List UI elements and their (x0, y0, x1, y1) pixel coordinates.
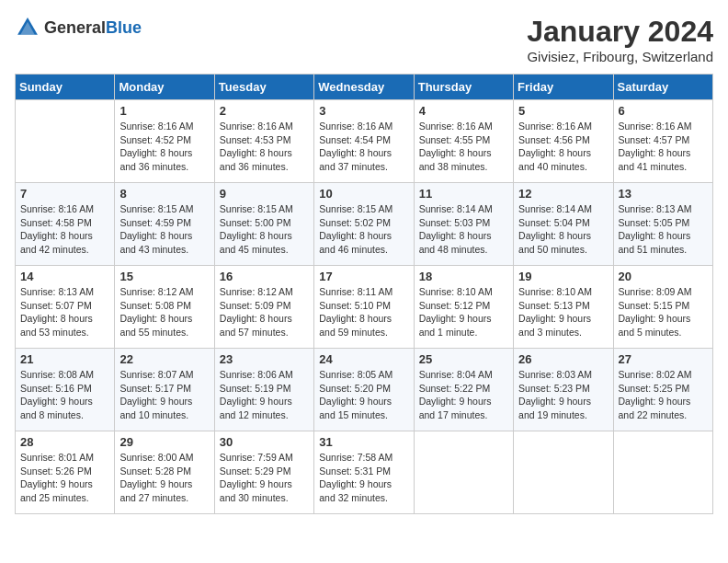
calendar-week-row: 14Sunrise: 8:13 AMSunset: 5:07 PMDayligh… (16, 266, 713, 349)
calendar-day-cell: 4Sunrise: 8:16 AMSunset: 4:55 PMDaylight… (414, 100, 513, 183)
day-info: Sunrise: 8:02 AMSunset: 5:25 PMDaylight:… (619, 368, 708, 422)
calendar-day-cell: 15Sunrise: 8:12 AMSunset: 5:08 PMDayligh… (115, 266, 214, 349)
day-info: Sunrise: 8:16 AMSunset: 4:53 PMDaylight:… (220, 120, 309, 174)
weekday-header: Thursday (414, 75, 513, 100)
day-number: 22 (119, 352, 209, 366)
day-number: 26 (518, 352, 608, 366)
day-info: Sunrise: 8:16 AMSunset: 4:55 PMDaylight:… (419, 120, 508, 174)
calendar-day-cell: 6Sunrise: 8:16 AMSunset: 4:57 PMDaylight… (613, 100, 712, 183)
day-info: Sunrise: 7:59 AMSunset: 5:29 PMDaylight:… (220, 451, 309, 505)
day-number: 13 (619, 187, 708, 201)
day-info: Sunrise: 8:15 AMSunset: 4:59 PMDaylight:… (119, 202, 209, 257)
calendar-day-cell (16, 100, 115, 183)
day-info: Sunrise: 8:11 AMSunset: 5:10 PMDaylight:… (319, 285, 408, 339)
calendar-day-cell: 27Sunrise: 8:02 AMSunset: 5:25 PMDayligh… (613, 349, 712, 431)
calendar-day-cell: 18Sunrise: 8:10 AMSunset: 5:12 PMDayligh… (414, 266, 513, 349)
weekday-header: Saturday (613, 75, 712, 100)
calendar-week-row: 1Sunrise: 8:16 AMSunset: 4:52 PMDaylight… (16, 100, 713, 183)
calendar-day-cell: 1Sunrise: 8:16 AMSunset: 4:52 PMDaylight… (115, 100, 214, 183)
day-number: 28 (20, 435, 109, 449)
day-number: 12 (518, 187, 608, 201)
calendar-day-cell: 30Sunrise: 7:59 AMSunset: 5:29 PMDayligh… (214, 431, 313, 514)
day-info: Sunrise: 8:12 AMSunset: 5:08 PMDaylight:… (119, 285, 209, 339)
calendar-day-cell: 10Sunrise: 8:15 AMSunset: 5:02 PMDayligh… (314, 183, 414, 266)
day-number: 3 (319, 104, 408, 118)
logo: GeneralBlue (15, 15, 142, 40)
calendar-day-cell: 11Sunrise: 8:14 AMSunset: 5:03 PMDayligh… (414, 183, 513, 266)
day-info: Sunrise: 8:14 AMSunset: 5:04 PMDaylight:… (518, 202, 608, 257)
weekday-header: Friday (514, 75, 613, 100)
calendar-week-row: 7Sunrise: 8:16 AMSunset: 4:58 PMDaylight… (16, 183, 713, 266)
calendar-day-cell: 28Sunrise: 8:01 AMSunset: 5:26 PMDayligh… (16, 431, 115, 514)
calendar-day-cell: 8Sunrise: 8:15 AMSunset: 4:59 PMDaylight… (115, 183, 214, 266)
day-number: 29 (119, 435, 209, 449)
day-info: Sunrise: 8:00 AMSunset: 5:28 PMDaylight:… (119, 451, 209, 505)
day-info: Sunrise: 8:10 AMSunset: 5:13 PMDaylight:… (518, 285, 608, 339)
day-info: Sunrise: 8:15 AMSunset: 5:00 PMDaylight:… (220, 202, 309, 257)
calendar-day-cell: 24Sunrise: 8:05 AMSunset: 5:20 PMDayligh… (314, 349, 414, 431)
calendar-day-cell: 7Sunrise: 8:16 AMSunset: 4:58 PMDaylight… (16, 183, 115, 266)
day-number: 9 (220, 187, 309, 201)
title-block: January 2024 Givisiez, Fribourg, Switzer… (527, 15, 713, 64)
day-info: Sunrise: 8:06 AMSunset: 5:19 PMDaylight:… (220, 368, 309, 422)
weekday-header: Sunday (16, 75, 115, 100)
logo-blue-text: Blue (106, 18, 142, 37)
day-number: 19 (518, 270, 608, 283)
calendar-table: SundayMondayTuesdayWednesdayThursdayFrid… (15, 74, 713, 514)
day-info: Sunrise: 8:12 AMSunset: 5:09 PMDaylight:… (220, 285, 309, 339)
day-info: Sunrise: 8:07 AMSunset: 5:17 PMDaylight:… (119, 368, 209, 422)
day-info: Sunrise: 8:08 AMSunset: 5:16 PMDaylight:… (20, 368, 109, 422)
calendar-day-cell: 2Sunrise: 8:16 AMSunset: 4:53 PMDaylight… (214, 100, 313, 183)
day-number: 18 (419, 270, 508, 283)
calendar-day-cell: 21Sunrise: 8:08 AMSunset: 5:16 PMDayligh… (16, 349, 115, 431)
calendar-day-cell: 26Sunrise: 8:03 AMSunset: 5:23 PMDayligh… (514, 349, 613, 431)
weekday-header: Monday (115, 75, 214, 100)
calendar-day-cell: 3Sunrise: 8:16 AMSunset: 4:54 PMDaylight… (314, 100, 414, 183)
day-info: Sunrise: 8:13 AMSunset: 5:05 PMDaylight:… (619, 202, 708, 257)
day-info: Sunrise: 8:16 AMSunset: 4:57 PMDaylight:… (619, 120, 708, 174)
day-info: Sunrise: 8:16 AMSunset: 4:56 PMDaylight:… (518, 120, 608, 174)
day-number: 5 (518, 104, 608, 118)
weekday-header-row: SundayMondayTuesdayWednesdayThursdayFrid… (16, 75, 713, 100)
day-info: Sunrise: 7:58 AMSunset: 5:31 PMDaylight:… (319, 451, 408, 505)
day-info: Sunrise: 8:14 AMSunset: 5:03 PMDaylight:… (419, 202, 508, 257)
calendar-day-cell: 22Sunrise: 8:07 AMSunset: 5:17 PMDayligh… (115, 349, 214, 431)
weekday-header: Wednesday (314, 75, 414, 100)
day-number: 10 (319, 187, 408, 201)
day-info: Sunrise: 8:05 AMSunset: 5:20 PMDaylight:… (319, 368, 408, 422)
calendar-day-cell: 17Sunrise: 8:11 AMSunset: 5:10 PMDayligh… (314, 266, 414, 349)
page-header: GeneralBlue January 2024 Givisiez, Fribo… (15, 15, 713, 64)
calendar-day-cell: 13Sunrise: 8:13 AMSunset: 5:05 PMDayligh… (613, 183, 712, 266)
month-title: January 2024 (527, 15, 713, 49)
day-number: 27 (619, 352, 708, 366)
logo-general-text: General (44, 18, 106, 37)
day-number: 1 (119, 104, 209, 118)
day-number: 30 (220, 435, 309, 449)
day-number: 8 (119, 187, 209, 201)
day-info: Sunrise: 8:01 AMSunset: 5:26 PMDaylight:… (20, 451, 109, 505)
calendar-day-cell (514, 431, 613, 514)
day-number: 17 (319, 270, 408, 283)
calendar-day-cell: 14Sunrise: 8:13 AMSunset: 5:07 PMDayligh… (16, 266, 115, 349)
day-info: Sunrise: 8:09 AMSunset: 5:15 PMDaylight:… (619, 285, 708, 339)
calendar-day-cell: 23Sunrise: 8:06 AMSunset: 5:19 PMDayligh… (214, 349, 313, 431)
location-subtitle: Givisiez, Fribourg, Switzerland (527, 49, 713, 64)
day-info: Sunrise: 8:03 AMSunset: 5:23 PMDaylight:… (518, 368, 608, 422)
calendar-day-cell: 31Sunrise: 7:58 AMSunset: 5:31 PMDayligh… (314, 431, 414, 514)
calendar-day-cell (613, 431, 712, 514)
day-info: Sunrise: 8:15 AMSunset: 5:02 PMDaylight:… (319, 202, 408, 257)
day-number: 15 (119, 270, 209, 283)
day-number: 21 (20, 352, 109, 366)
day-number: 6 (619, 104, 708, 118)
day-number: 4 (419, 104, 508, 118)
day-info: Sunrise: 8:16 AMSunset: 4:58 PMDaylight:… (20, 202, 109, 257)
day-number: 7 (20, 187, 109, 201)
calendar-day-cell: 29Sunrise: 8:00 AMSunset: 5:28 PMDayligh… (115, 431, 214, 514)
day-info: Sunrise: 8:04 AMSunset: 5:22 PMDaylight:… (419, 368, 508, 422)
calendar-week-row: 28Sunrise: 8:01 AMSunset: 5:26 PMDayligh… (16, 431, 713, 514)
day-number: 23 (220, 352, 309, 366)
day-info: Sunrise: 8:16 AMSunset: 4:54 PMDaylight:… (319, 120, 408, 174)
day-number: 16 (220, 270, 309, 283)
day-number: 25 (419, 352, 508, 366)
day-info: Sunrise: 8:16 AMSunset: 4:52 PMDaylight:… (119, 120, 209, 174)
